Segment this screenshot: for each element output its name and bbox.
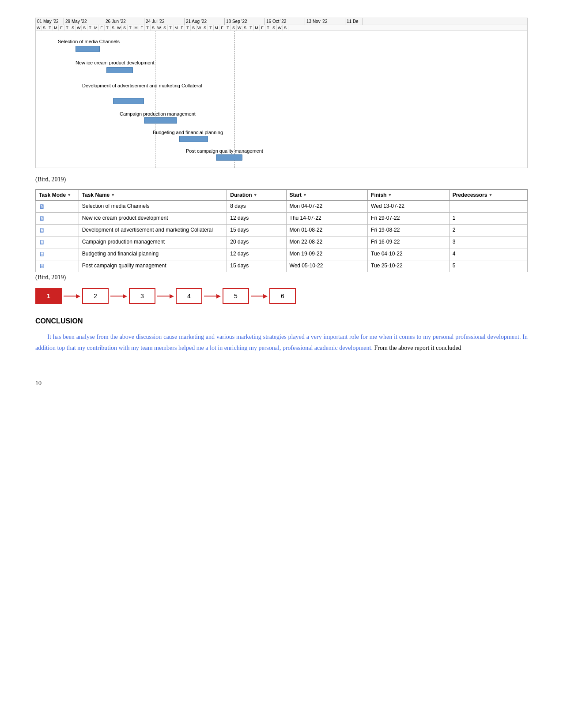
gantt-day: S xyxy=(42,25,47,30)
sort-icon-finish[interactable]: ▼ xyxy=(388,193,392,197)
cell-mode: 🖥 xyxy=(36,260,79,272)
conclusion-section: CONCLUSION It has been analyse from the … xyxy=(35,317,528,353)
gantt-month-7: 16 Oct '22 xyxy=(265,18,305,25)
task-mode-icon: 🖥 xyxy=(39,203,45,210)
gantt-task-label-4: Campaign production management xyxy=(120,111,196,116)
cell-mode: 🖥 xyxy=(36,236,79,248)
gantt-day: T xyxy=(145,25,151,30)
gantt-month-5: 21 Aug '22 xyxy=(185,18,225,25)
gantt-day: M xyxy=(214,25,219,30)
gantt-day: F xyxy=(260,25,265,30)
cell-pred: 5 xyxy=(449,260,527,272)
gantt-month-2: 29 May '22 xyxy=(64,18,104,25)
cell-start: Mon 19-09-22 xyxy=(286,248,368,260)
sort-icon-duration[interactable]: ▼ xyxy=(253,193,257,197)
task-mode-icon: 🖥 xyxy=(39,215,45,222)
gantt-task-label-3: Development of advertisement and marketi… xyxy=(82,83,202,88)
cell-name: Campaign production management xyxy=(79,236,227,248)
gantt-month-4: 24 Jul '22 xyxy=(144,18,185,25)
table-row: 🖥 Budgeting and financial planning 12 da… xyxy=(36,248,528,260)
cell-finish: Tue 04-10-22 xyxy=(368,248,450,260)
cell-duration: 12 days xyxy=(227,248,286,260)
gantt-task-label-5: Budgeting and financial planning xyxy=(153,130,223,135)
task-table: Task Mode ▼ Task Name ▼ Duration ▼ Start xyxy=(35,189,528,272)
cell-pred: 2 xyxy=(449,225,527,236)
gantt-day: T xyxy=(168,25,174,30)
gantt-day: T xyxy=(128,25,133,30)
gantt-day: S xyxy=(110,25,116,30)
gantt-day: F xyxy=(99,25,105,30)
gantt-month-8: 13 Nov '22 xyxy=(305,18,345,25)
gantt-day: T xyxy=(64,25,70,30)
th-duration: Duration ▼ xyxy=(227,190,286,201)
flow-box-3: 3 xyxy=(129,288,155,304)
cell-duration: 20 days xyxy=(227,236,286,248)
gantt-day: F xyxy=(179,25,185,30)
conclusion-text: It has been analyse from the above discu… xyxy=(35,331,528,353)
cell-pred: 1 xyxy=(449,213,527,225)
gantt-day: S xyxy=(191,25,196,30)
cell-name: Selection of media Channels xyxy=(79,201,227,213)
gantt-day: M xyxy=(53,25,59,30)
gantt-days-row: W S T M F T S W S T M F T S W S T M F T … xyxy=(36,25,527,31)
cell-start: Mon 04-07-22 xyxy=(286,201,368,213)
table-row: 🖥 Post campaign quality management 15 da… xyxy=(36,260,528,272)
gantt-day: S xyxy=(242,25,248,30)
gantt-bar-2 xyxy=(106,67,133,73)
gantt-bar-3 xyxy=(113,98,144,104)
cell-duration: 15 days xyxy=(227,225,286,236)
sort-icon-pred[interactable]: ▼ xyxy=(488,193,492,197)
gantt-day: T xyxy=(185,25,191,30)
gantt-day: T xyxy=(87,25,93,30)
cell-finish: Fri 29-07-22 xyxy=(368,213,450,225)
sort-icon-mode[interactable]: ▼ xyxy=(67,193,71,197)
gantt-day: W xyxy=(196,25,202,30)
sort-icon-name[interactable]: ▼ xyxy=(111,193,115,197)
citation-1: (Bird, 2019) xyxy=(35,176,528,183)
cell-finish: Fri 16-09-22 xyxy=(368,236,450,248)
gantt-day: M xyxy=(133,25,139,30)
gantt-month-1: 01 May '22 xyxy=(36,18,64,25)
gantt-day: T xyxy=(248,25,254,30)
gantt-day: W xyxy=(76,25,82,30)
cell-mode: 🖥 xyxy=(36,213,79,225)
gantt-day: F xyxy=(219,25,225,30)
cell-start: Mon 22-08-22 xyxy=(286,236,368,248)
flow-box-5: 5 xyxy=(223,288,249,304)
page-number: 10 xyxy=(35,380,528,387)
flow-arrow-2 xyxy=(110,293,127,300)
gantt-bar-1 xyxy=(76,46,100,52)
gantt-day: W xyxy=(237,25,242,30)
cell-name: Post campaign quality management xyxy=(79,260,227,272)
gantt-day: W xyxy=(156,25,162,30)
gantt-day: S xyxy=(271,25,277,30)
gantt-day: S xyxy=(151,25,156,30)
gantt-day: T xyxy=(208,25,214,30)
gantt-task-label-2: New ice cream product development xyxy=(76,60,155,65)
gantt-task-label-6: Post campaign quality management xyxy=(186,148,263,154)
cell-start: Mon 01-08-22 xyxy=(286,225,368,236)
flow-arrow-4 xyxy=(204,293,221,300)
cell-duration: 12 days xyxy=(227,213,286,225)
gantt-day: S xyxy=(70,25,76,30)
sort-icon-start[interactable]: ▼ xyxy=(303,193,307,197)
gantt-day: F xyxy=(139,25,145,30)
flow-box-1: 1 xyxy=(35,288,62,304)
gantt-day: W xyxy=(36,25,42,30)
flow-box-6: 6 xyxy=(269,288,296,304)
cell-duration: 8 days xyxy=(227,201,286,213)
gantt-day: S xyxy=(283,25,288,30)
gantt-day: T xyxy=(105,25,110,30)
cell-duration: 15 days xyxy=(227,260,286,272)
table-row: 🖥 Campaign production management 20 days… xyxy=(36,236,528,248)
gantt-bar-4 xyxy=(144,117,177,124)
gantt-day: M xyxy=(174,25,179,30)
gantt-day: T xyxy=(265,25,271,30)
th-start: Start ▼ xyxy=(286,190,368,201)
gantt-day: S xyxy=(82,25,87,30)
gantt-body: Selection of media Channels New ice crea… xyxy=(36,31,527,168)
th-mode: Task Mode ▼ xyxy=(36,190,79,201)
table-row: 🖥 Selection of media Channels 8 days Mon… xyxy=(36,201,528,213)
gantt-month-6: 18 Sep '22 xyxy=(225,18,265,25)
gantt-header: 01 May '22 29 May '22 26 Jun '22 24 Jul … xyxy=(36,18,527,25)
